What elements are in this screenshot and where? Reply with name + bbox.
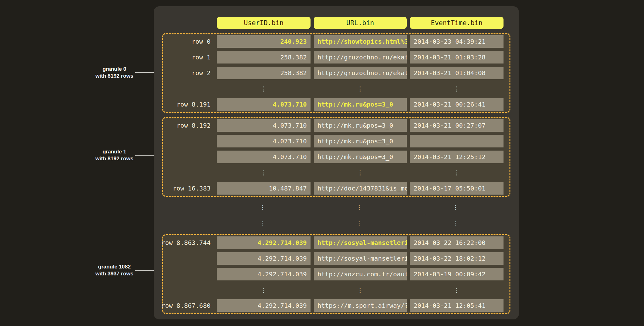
url-cell: http://mk.ru&pos=3_0 [314,151,407,163]
url-cell: http://gruzochno.ru/ekat... [314,51,407,64]
granule-1082-box: row 8.863.744 4.292.714.039 http://sosya… [162,234,510,314]
ellipsis-row: ⋮ ⋮ ⋮ [163,284,504,296]
ellipsis-row: ⋮ ⋮ ⋮ [162,217,510,230]
row-label: row 8.191 [163,98,214,111]
userid-cell: 4.073.710 [217,119,311,132]
vertical-ellipsis-icon: ⋮ [314,284,407,296]
column-headers: UserID.bin URL.bin EventTime.bin [162,17,510,29]
url-cell: http://mk.ru&pos=3_0 [314,135,407,147]
vertical-ellipsis-icon: ⋮ [217,284,311,296]
column-header-eventtime-bin: EventTime.bin [410,17,504,29]
vertical-ellipsis-icon: ⋮ [410,166,504,179]
vertical-ellipsis-icon: ⋮ [217,82,311,95]
column-header-userid-bin: UserID.bin [217,17,311,29]
table-row: row 8.867.680 4.292.714.039 https://m.sp… [163,299,504,312]
userid-cell: 4.292.714.039 [217,252,311,265]
row-label: row 1 [163,51,214,64]
table-row: row 8.191 4.073.710 http://mk.ru&pos=3_0… [163,98,504,111]
userid-cell: 4.073.710 [217,151,311,163]
userid-cell: 4.073.710 [217,98,311,111]
table-row: row 8.192 4.073.710 http://mk.ru&pos=3_0… [163,119,504,132]
vertical-ellipsis-icon: ⋮ [409,217,503,230]
eventtime-cell: 2014-03-21 12:25:12 [410,151,504,163]
row-label [163,268,214,280]
row-label: row 2 [163,67,214,79]
url-cell: http://mk.ru&pos=3_0 [314,98,407,111]
ellipsis-row: ⋮ ⋮ ⋮ [163,82,504,95]
url-cell: http://sosyal-mansetleri... [314,252,407,265]
granule-1-label-line2: with 8192 rows [67,155,162,162]
row-label: row 0 [163,35,214,48]
row-label [163,135,214,147]
collapsed-granules-gap: ⋮ ⋮ ⋮ ⋮ ⋮ ⋮ [162,201,510,230]
vertical-ellipsis-icon: ⋮ [217,166,311,179]
data-part-panel: UserID.bin URL.bin EventTime.bin row 0 2… [154,6,519,319]
granule-1082-label-line2: with 3937 rows [67,270,162,277]
table-row: row 8.863.744 4.292.714.039 http://sosya… [163,236,504,249]
userid-cell: 10.487.847 [217,182,311,195]
url-cell: http://gruzochno.ru/ekat... [314,67,407,79]
diagram-canvas: { "colors": { "page_bg": "#211f1a", "pan… [0,0,644,326]
granule-0-label-line2: with 8192 rows [67,73,162,80]
table-row: row 2 258.382 http://gruzochno.ru/ekat..… [163,67,504,79]
row-label [163,252,214,265]
userid-cell: 258.382 [217,67,311,79]
eventtime-cell: 2014-03-17 05:50:01 [410,182,504,195]
vertical-ellipsis-icon: ⋮ [410,284,504,296]
table-row: 4.073.710 http://mk.ru&pos=3_0 2014-03-2… [163,151,504,163]
vertical-ellipsis-icon: ⋮ [314,82,407,95]
header-spacer [162,17,214,29]
table-row: row 1 258.382 http://gruzochno.ru/ekat..… [163,51,504,64]
eventtime-cell: 2014-03-19 00:09:42 [410,268,504,280]
row-label: row 16.383 [163,182,214,195]
column-header-url-bin: URL.bin [314,17,407,29]
row-label: row 8.863.744 [163,236,214,249]
granule-1-label-line1: granule 1 [67,148,162,155]
vertical-ellipsis-icon: ⋮ [216,217,310,230]
vertical-ellipsis-icon: ⋮ [313,217,406,230]
granule-0-label-line1: granule 0 [67,66,162,73]
row-label [163,151,214,163]
table-row: 4.073.710 http://mk.ru&pos=3_0 [163,135,504,147]
vertical-ellipsis-icon: ⋮ [409,201,503,213]
table-row: 4.292.714.039 http://sosyal-mansetleri..… [163,252,504,265]
vertical-ellipsis-icon: ⋮ [313,201,406,213]
vertical-ellipsis-icon: ⋮ [314,166,407,179]
granule-1-box: row 8.192 4.073.710 http://mk.ru&pos=3_0… [162,117,510,197]
ellipsis-row: ⋮ ⋮ ⋮ [162,201,510,213]
granule-0-box: row 0 240.923 http://showtopics.html%3..… [162,33,510,113]
ellipsis-row: ⋮ ⋮ ⋮ [163,166,504,179]
userid-cell: 4.292.714.039 [217,299,311,312]
table-row: row 16.383 10.487.847 http://doc/1437831… [163,182,504,195]
vertical-ellipsis-icon: ⋮ [410,82,504,95]
userid-cell: 4.292.714.039 [217,236,311,249]
url-cell: http://sozcu.com.tr/oaut [314,268,407,280]
url-cell: http://doc/1437831&is_mo... [314,182,407,195]
url-cell: http://mk.ru&pos=3_0 [314,119,407,132]
row-label: row 8.867.680 [163,299,214,312]
table-row: 4.292.714.039 http://sozcu.com.tr/oaut 2… [163,268,504,280]
row-label: row 8.192 [163,119,214,132]
userid-cell: 4.073.710 [217,135,311,147]
eventtime-cell: 2014-03-21 01:04:08 [410,67,504,79]
table-row: row 0 240.923 http://showtopics.html%3..… [163,35,504,48]
vertical-ellipsis-icon: ⋮ [216,201,310,213]
url-cell: http://showtopics.html%3... [314,35,407,48]
eventtime-cell: 2014-03-21 12:05:41 [410,299,504,312]
userid-cell: 258.382 [217,51,311,64]
granule-1082-label-line1: granule 1082 [67,263,162,270]
eventtime-cell: 2014-03-22 16:22:00 [410,236,504,249]
url-cell: https://m.sport.airway/? [314,299,407,312]
eventtime-cell-empty [410,135,504,147]
eventtime-cell: 2014-03-23 04:39:21 [410,35,504,48]
userid-cell: 240.923 [217,35,311,48]
eventtime-cell: 2014-03-21 01:03:28 [410,51,504,64]
eventtime-cell: 2014-03-21 00:27:07 [410,119,504,132]
eventtime-cell: 2014-03-21 00:26:41 [410,98,504,111]
url-cell: http://sosyal-mansetleri... [314,236,407,249]
eventtime-cell: 2014-03-22 18:02:12 [410,252,504,265]
userid-cell: 4.292.714.039 [217,268,311,280]
